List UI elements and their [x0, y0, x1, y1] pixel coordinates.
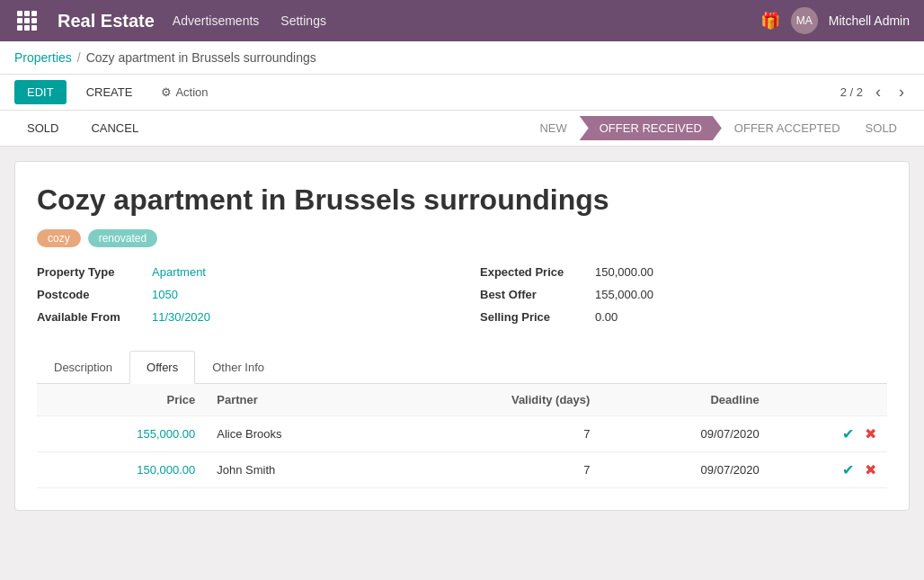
- table-header-row: Price Partner Validity (days) Deadline: [37, 384, 887, 416]
- field-postcode-label: Postcode: [37, 288, 145, 301]
- breadcrumb-parent[interactable]: Properties: [14, 50, 72, 65]
- cancel-button[interactable]: CANCEL: [78, 116, 151, 140]
- tab-description[interactable]: Description: [37, 351, 129, 383]
- stage-offer-received-label: OFFER RECEIVED: [600, 121, 702, 135]
- tag-renovated[interactable]: renovated: [88, 229, 157, 247]
- stage-new[interactable]: NEW: [527, 116, 579, 140]
- refuse-offer-button[interactable]: ✖: [865, 462, 876, 477]
- tags: cozy renovated: [37, 229, 887, 247]
- field-property-type: Property Type Apartment: [37, 265, 444, 279]
- accept-offer-button[interactable]: ✔: [842, 426, 854, 442]
- gift-icon[interactable]: 🎁: [760, 11, 780, 31]
- topbar-right: 🎁 MA Mitchell Admin: [760, 7, 910, 34]
- pager-prev[interactable]: ‹: [870, 81, 886, 103]
- apps-icon[interactable]: [14, 8, 40, 33]
- edit-button[interactable]: EDIT: [14, 80, 67, 104]
- action-button-label: Action: [175, 85, 208, 99]
- field-property-type-value[interactable]: Apartment: [152, 265, 206, 279]
- field-best-offer-value: 155,000.00: [595, 288, 653, 301]
- offers-table: Price Partner Validity (days) Deadline 1: [37, 384, 887, 488]
- field-selling-price: Selling Price 0.00: [480, 310, 887, 324]
- offer-deadline: 09/07/2020: [600, 416, 769, 452]
- action-button[interactable]: ⚙ Action: [152, 80, 217, 104]
- form-card: Cozy apartment in Brussels surroundings …: [14, 161, 910, 511]
- field-expected-price-value: 150,000.00: [595, 265, 653, 279]
- breadcrumb: Properties / Cozy apartment in Brussels …: [0, 41, 924, 75]
- fields-row: Property Type Apartment Postcode 1050 Av…: [37, 265, 887, 333]
- pipeline: NEW OFFER RECEIVED OFFER ACCEPTED SOLD: [527, 116, 910, 140]
- field-best-offer-label: Best Offer: [480, 288, 588, 301]
- offer-price: 150,000.00: [37, 452, 206, 488]
- stage-offer-received[interactable]: OFFER RECEIVED: [580, 116, 722, 140]
- main-content: Cozy apartment in Brussels surroundings …: [0, 147, 924, 525]
- field-available-from-label: Available From: [37, 310, 145, 324]
- gear-icon: ⚙: [161, 85, 172, 99]
- field-selling-price-label: Selling Price: [480, 310, 588, 324]
- stage-sold[interactable]: SOLD: [853, 116, 910, 140]
- field-available-from-value[interactable]: 11/30/2020: [152, 310, 210, 324]
- pager-next[interactable]: ›: [893, 81, 910, 103]
- field-expected-price: Expected Price 150,000.00: [480, 265, 887, 279]
- breadcrumb-separator: /: [77, 50, 81, 65]
- field-property-type-label: Property Type: [37, 265, 145, 279]
- field-expected-price-label: Expected Price: [480, 265, 588, 279]
- action-bar: EDIT CREATE ⚙ Action 2 / 2 ‹ ›: [0, 75, 924, 111]
- tag-cozy[interactable]: cozy: [37, 229, 81, 247]
- field-postcode: Postcode 1050: [37, 288, 444, 301]
- stage-sold-label: SOLD: [866, 121, 897, 135]
- field-available-from: Available From 11/30/2020: [37, 310, 444, 324]
- field-postcode-value[interactable]: 1050: [152, 288, 178, 301]
- tab-other-info[interactable]: Other Info: [195, 351, 281, 383]
- top-nav: Advertisements Settings: [173, 13, 742, 28]
- field-best-offer: Best Offer 155,000.00: [480, 288, 887, 301]
- offer-partner: Alice Brooks: [206, 416, 388, 452]
- avatar[interactable]: MA: [791, 7, 818, 34]
- stage-new-label: NEW: [539, 121, 566, 135]
- col-price: Price: [37, 384, 206, 416]
- offer-validity: 7: [389, 416, 601, 452]
- tabs: Description Offers Other Info: [37, 351, 887, 384]
- create-button[interactable]: CREATE: [74, 80, 146, 104]
- sold-button[interactable]: SOLD: [14, 116, 71, 140]
- fields-right: Expected Price 150,000.00 Best Offer 155…: [480, 265, 887, 333]
- offer-deadline: 09/07/2020: [600, 452, 769, 488]
- col-validity: Validity (days): [389, 384, 601, 416]
- field-selling-price-value: 0.00: [595, 310, 617, 324]
- pager: 2 / 2 ‹ ›: [840, 81, 910, 103]
- offer-actions: ✔ ✖: [770, 452, 887, 488]
- breadcrumb-current: Cozy apartment in Brussels surroundings: [86, 50, 316, 65]
- table-row: 150,000.00 John Smith 7 09/07/2020 ✔ ✖: [37, 452, 887, 488]
- fields-left: Property Type Apartment Postcode 1050 Av…: [37, 265, 444, 333]
- col-deadline: Deadline: [600, 384, 769, 416]
- stage-offer-accepted-label: OFFER ACCEPTED: [734, 121, 840, 135]
- offer-actions: ✔ ✖: [770, 416, 887, 452]
- offer-partner: John Smith: [206, 452, 388, 488]
- stage-offer-accepted[interactable]: OFFER ACCEPTED: [722, 116, 853, 140]
- accept-offer-button[interactable]: ✔: [842, 462, 854, 477]
- col-actions: [770, 384, 887, 416]
- pager-info: 2 / 2: [840, 85, 863, 99]
- app-title: Real Estate: [58, 11, 155, 31]
- property-title: Cozy apartment in Brussels surroundings: [37, 183, 887, 217]
- nav-settings[interactable]: Settings: [280, 13, 326, 28]
- table-row: 155,000.00 Alice Brooks 7 09/07/2020 ✔ ✖: [37, 416, 887, 452]
- tab-offers[interactable]: Offers: [129, 351, 195, 384]
- nav-advertisements[interactable]: Advertisements: [173, 13, 259, 28]
- status-bar: SOLD CANCEL NEW OFFER RECEIVED OFFER ACC…: [0, 111, 924, 147]
- offer-price: 155,000.00: [37, 416, 206, 452]
- user-name[interactable]: Mitchell Admin: [829, 13, 910, 28]
- topbar: Real Estate Advertisements Settings 🎁 MA…: [0, 0, 924, 41]
- refuse-offer-button[interactable]: ✖: [865, 426, 876, 442]
- offer-validity: 7: [389, 452, 601, 488]
- col-partner: Partner: [206, 384, 388, 416]
